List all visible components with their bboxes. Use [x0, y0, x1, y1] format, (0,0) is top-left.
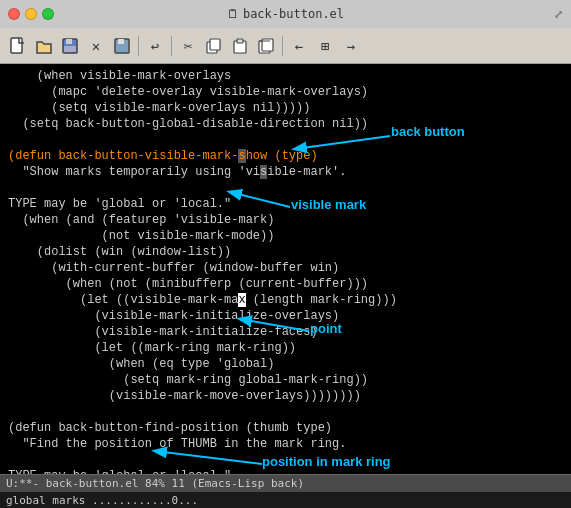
code-line-11: (not visible-mark-mode))	[8, 228, 563, 244]
code-line-26: TYPE may be 'global or 'local."	[8, 468, 563, 474]
code-line-6: (defun back-button-visible-mark-show (ty…	[8, 148, 563, 164]
separator-2	[171, 36, 172, 56]
code-line-20: (setq mark-ring global-mark-ring))	[8, 372, 563, 388]
save-button[interactable]	[58, 34, 82, 58]
close-file-button[interactable]: ✕	[84, 34, 108, 58]
svg-rect-5	[118, 39, 124, 44]
back-nav-button[interactable]: ←	[287, 34, 311, 58]
mini-buffer: global marks ............0...	[0, 492, 571, 508]
code-line-13: (with-current-buffer (window-buffer win)	[8, 260, 563, 276]
code-line-2: (mapc 'delete-overlay visible-mark-overl…	[8, 84, 563, 100]
grid-button[interactable]: ⊞	[313, 34, 337, 58]
close-button[interactable]	[8, 8, 20, 20]
code-line-7: "Show marks temporarily using 'visible-m…	[8, 164, 563, 180]
cut-button[interactable]: ✂	[176, 34, 200, 58]
expand-icon[interactable]: ⤢	[554, 8, 563, 21]
status-bar: U:**- back-button.el 84% 11 (Emacs-Lisp …	[0, 474, 571, 492]
code-line-5	[8, 132, 563, 148]
code-line-10: (when (and (featurep 'visible-mark)	[8, 212, 563, 228]
code-line-12: (dolist (win (window-list))	[8, 244, 563, 260]
code-line-21: (visible-mark-move-overlays))))))))	[8, 388, 563, 404]
title-bar: 🗒 back-button.el ⤢	[0, 0, 571, 28]
forward-nav-button[interactable]: →	[339, 34, 363, 58]
minimize-button[interactable]	[25, 8, 37, 20]
code-line-16: (visible-mark-initialize-overlays)	[8, 308, 563, 324]
separator-1	[138, 36, 139, 56]
open-file-button[interactable]	[32, 34, 56, 58]
new-file-button[interactable]	[6, 34, 30, 58]
code-area: (when visible-mark-overlays (mapc 'delet…	[0, 64, 571, 474]
mini-buffer-text: global marks ............0...	[6, 494, 198, 507]
svg-rect-7	[210, 39, 220, 50]
separator-3	[282, 36, 283, 56]
code-line-19: (when (eq type 'global)	[8, 356, 563, 372]
code-line-4: (setq back-button-global-disable-directi…	[8, 116, 563, 132]
svg-rect-2	[66, 39, 72, 44]
code-line-8	[8, 180, 563, 196]
file-icon: 🗒	[227, 7, 239, 21]
code-line-9: TYPE may be 'global or 'local."	[8, 196, 563, 212]
code-line-23: (defun back-button-find-position (thumb …	[8, 420, 563, 436]
status-text: U:**- back-button.el 84% 11 (Emacs-Lisp …	[6, 477, 565, 490]
copy-button[interactable]	[202, 34, 226, 58]
code-line-18: (let ((mark-ring mark-ring))	[8, 340, 563, 356]
code-line-1: (when visible-mark-overlays	[8, 68, 563, 84]
undo-button[interactable]: ↩	[143, 34, 167, 58]
code-line-17: (visible-mark-initialize-faces)	[8, 324, 563, 340]
svg-rect-9	[237, 39, 243, 43]
window-title: 🗒 back-button.el	[227, 7, 344, 21]
window-buttons	[8, 8, 54, 20]
toolbar: ✕ ↩ ✂ ← ⊞ →	[0, 28, 571, 64]
svg-rect-3	[64, 46, 76, 52]
svg-rect-0	[11, 38, 22, 53]
paste-button[interactable]	[228, 34, 252, 58]
code-line-24: "Find the position of THUMB in the mark …	[8, 436, 563, 452]
code-line-25	[8, 452, 563, 468]
copy2-button[interactable]	[254, 34, 278, 58]
code-line-14: (when (not (minibufferp (current-buffer)…	[8, 276, 563, 292]
code-line-15: (let ((visible-mark-max (length mark-rin…	[8, 292, 563, 308]
code-line-22	[8, 404, 563, 420]
code-line-3: (setq visible-mark-overlays nil)))))	[8, 100, 563, 116]
save-as-button[interactable]	[110, 34, 134, 58]
maximize-button[interactable]	[42, 8, 54, 20]
